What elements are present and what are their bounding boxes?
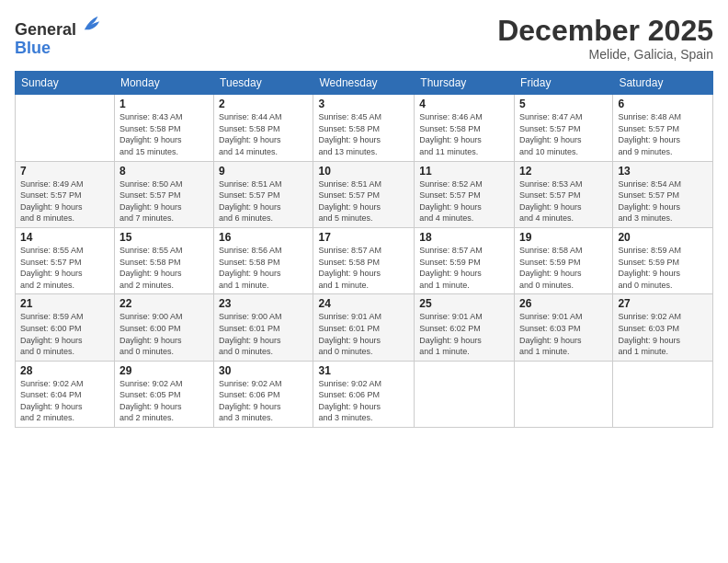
day-number: 31 bbox=[318, 364, 409, 377]
day-number: 19 bbox=[519, 231, 608, 244]
day-info: Sunrise: 9:01 AM Sunset: 6:01 PM Dayligh… bbox=[318, 311, 409, 357]
table-row: 5Sunrise: 8:47 AM Sunset: 5:57 PM Daylig… bbox=[515, 95, 613, 161]
day-info: Sunrise: 9:00 AM Sunset: 6:00 PM Dayligh… bbox=[119, 311, 209, 357]
calendar-table: Sunday Monday Tuesday Wednesday Thursday… bbox=[15, 71, 713, 428]
logo-general: General bbox=[15, 15, 101, 40]
table-row: 2Sunrise: 8:44 AM Sunset: 5:58 PM Daylig… bbox=[214, 95, 313, 161]
calendar-title: December 2025 bbox=[497, 15, 713, 47]
calendar-week-row: 1Sunrise: 8:43 AM Sunset: 5:58 PM Daylig… bbox=[16, 95, 713, 161]
table-row: 3Sunrise: 8:45 AM Sunset: 5:58 PM Daylig… bbox=[313, 95, 415, 161]
day-info: Sunrise: 8:59 AM Sunset: 5:59 PM Dayligh… bbox=[618, 245, 708, 291]
day-info: Sunrise: 9:02 AM Sunset: 6:05 PM Dayligh… bbox=[119, 378, 209, 424]
day-info: Sunrise: 8:54 AM Sunset: 5:57 PM Dayligh… bbox=[618, 178, 708, 224]
table-row: 13Sunrise: 8:54 AM Sunset: 5:57 PM Dayli… bbox=[613, 161, 713, 227]
table-row: 26Sunrise: 9:01 AM Sunset: 6:03 PM Dayli… bbox=[515, 294, 613, 361]
calendar-header-row: Sunday Monday Tuesday Wednesday Thursday… bbox=[16, 72, 713, 95]
table-row bbox=[16, 95, 115, 161]
day-number: 7 bbox=[20, 165, 109, 178]
table-row: 11Sunrise: 8:52 AM Sunset: 5:57 PM Dayli… bbox=[415, 161, 515, 227]
day-number: 5 bbox=[519, 98, 608, 110]
day-info: Sunrise: 8:55 AM Sunset: 5:57 PM Dayligh… bbox=[20, 245, 109, 291]
day-info: Sunrise: 8:59 AM Sunset: 6:00 PM Dayligh… bbox=[20, 311, 109, 357]
day-number: 24 bbox=[318, 297, 409, 310]
table-row: 22Sunrise: 9:00 AM Sunset: 6:00 PM Dayli… bbox=[114, 294, 213, 361]
table-row bbox=[613, 361, 713, 427]
day-info: Sunrise: 8:57 AM Sunset: 5:59 PM Dayligh… bbox=[419, 245, 509, 291]
col-monday: Monday bbox=[114, 72, 213, 95]
col-thursday: Thursday bbox=[415, 72, 515, 95]
table-row: 21Sunrise: 8:59 AM Sunset: 6:00 PM Dayli… bbox=[16, 294, 115, 361]
day-info: Sunrise: 8:47 AM Sunset: 5:57 PM Dayligh… bbox=[519, 111, 608, 157]
day-info: Sunrise: 8:45 AM Sunset: 5:58 PM Dayligh… bbox=[318, 111, 409, 157]
day-info: Sunrise: 8:50 AM Sunset: 5:57 PM Dayligh… bbox=[119, 178, 209, 224]
header: General Blue December 2025 Melide, Galic… bbox=[15, 15, 713, 62]
day-info: Sunrise: 9:02 AM Sunset: 6:04 PM Dayligh… bbox=[20, 378, 109, 424]
col-friday: Friday bbox=[515, 72, 613, 95]
table-row: 20Sunrise: 8:59 AM Sunset: 5:59 PM Dayli… bbox=[613, 227, 713, 293]
calendar-week-row: 7Sunrise: 8:49 AM Sunset: 5:57 PM Daylig… bbox=[16, 161, 713, 227]
day-number: 1 bbox=[119, 98, 209, 110]
day-number: 15 bbox=[119, 231, 209, 244]
logo-bird-icon bbox=[83, 13, 101, 33]
day-number: 23 bbox=[219, 297, 308, 310]
day-number: 16 bbox=[219, 231, 308, 244]
day-info: Sunrise: 8:49 AM Sunset: 5:57 PM Dayligh… bbox=[20, 178, 109, 224]
table-row: 24Sunrise: 9:01 AM Sunset: 6:01 PM Dayli… bbox=[313, 294, 415, 361]
day-number: 22 bbox=[119, 297, 209, 310]
table-row: 9Sunrise: 8:51 AM Sunset: 5:57 PM Daylig… bbox=[214, 161, 313, 227]
day-info: Sunrise: 9:02 AM Sunset: 6:06 PM Dayligh… bbox=[219, 378, 308, 424]
table-row: 7Sunrise: 8:49 AM Sunset: 5:57 PM Daylig… bbox=[16, 161, 115, 227]
day-number: 8 bbox=[119, 165, 209, 178]
table-row: 18Sunrise: 8:57 AM Sunset: 5:59 PM Dayli… bbox=[415, 227, 515, 293]
day-info: Sunrise: 9:01 AM Sunset: 6:02 PM Dayligh… bbox=[419, 311, 509, 357]
day-info: Sunrise: 8:57 AM Sunset: 5:58 PM Dayligh… bbox=[318, 245, 409, 291]
table-row: 16Sunrise: 8:56 AM Sunset: 5:58 PM Dayli… bbox=[214, 227, 313, 293]
day-info: Sunrise: 8:52 AM Sunset: 5:57 PM Dayligh… bbox=[419, 178, 509, 224]
calendar-week-row: 14Sunrise: 8:55 AM Sunset: 5:57 PM Dayli… bbox=[16, 227, 713, 293]
col-saturday: Saturday bbox=[613, 72, 713, 95]
day-number: 18 bbox=[419, 231, 509, 244]
table-row: 23Sunrise: 9:00 AM Sunset: 6:01 PM Dayli… bbox=[214, 294, 313, 361]
day-number: 21 bbox=[20, 297, 109, 310]
day-number: 9 bbox=[219, 165, 308, 178]
day-info: Sunrise: 8:53 AM Sunset: 5:57 PM Dayligh… bbox=[519, 178, 608, 224]
day-info: Sunrise: 8:43 AM Sunset: 5:58 PM Dayligh… bbox=[119, 111, 209, 157]
page: General Blue December 2025 Melide, Galic… bbox=[0, 0, 728, 563]
table-row: 29Sunrise: 9:02 AM Sunset: 6:05 PM Dayli… bbox=[114, 361, 213, 427]
col-wednesday: Wednesday bbox=[313, 72, 415, 95]
day-info: Sunrise: 8:55 AM Sunset: 5:58 PM Dayligh… bbox=[119, 245, 209, 291]
title-block: December 2025 Melide, Galicia, Spain bbox=[497, 15, 713, 62]
day-number: 2 bbox=[219, 98, 308, 110]
calendar-body: 1Sunrise: 8:43 AM Sunset: 5:58 PM Daylig… bbox=[16, 95, 713, 428]
day-info: Sunrise: 8:51 AM Sunset: 5:57 PM Dayligh… bbox=[219, 178, 308, 224]
table-row: 14Sunrise: 8:55 AM Sunset: 5:57 PM Dayli… bbox=[16, 227, 115, 293]
col-sunday: Sunday bbox=[16, 72, 115, 95]
day-info: Sunrise: 8:46 AM Sunset: 5:58 PM Dayligh… bbox=[419, 111, 509, 157]
day-number: 4 bbox=[419, 98, 509, 110]
table-row bbox=[415, 361, 515, 427]
day-info: Sunrise: 8:44 AM Sunset: 5:58 PM Dayligh… bbox=[219, 111, 308, 157]
calendar-subtitle: Melide, Galicia, Spain bbox=[497, 47, 713, 62]
day-info: Sunrise: 9:02 AM Sunset: 6:03 PM Dayligh… bbox=[618, 311, 708, 357]
day-info: Sunrise: 9:02 AM Sunset: 6:06 PM Dayligh… bbox=[318, 378, 409, 424]
table-row: 17Sunrise: 8:57 AM Sunset: 5:58 PM Dayli… bbox=[313, 227, 415, 293]
day-info: Sunrise: 8:51 AM Sunset: 5:57 PM Dayligh… bbox=[318, 178, 409, 224]
day-number: 10 bbox=[318, 165, 409, 178]
day-info: Sunrise: 8:48 AM Sunset: 5:57 PM Dayligh… bbox=[618, 111, 708, 157]
day-number: 3 bbox=[318, 98, 409, 110]
day-number: 26 bbox=[519, 297, 608, 310]
day-number: 13 bbox=[618, 165, 708, 178]
day-info: Sunrise: 8:56 AM Sunset: 5:58 PM Dayligh… bbox=[219, 245, 308, 291]
table-row: 6Sunrise: 8:48 AM Sunset: 5:57 PM Daylig… bbox=[613, 95, 713, 161]
day-number: 29 bbox=[119, 364, 209, 377]
table-row: 4Sunrise: 8:46 AM Sunset: 5:58 PM Daylig… bbox=[415, 95, 515, 161]
day-number: 17 bbox=[318, 231, 409, 244]
calendar-week-row: 21Sunrise: 8:59 AM Sunset: 6:00 PM Dayli… bbox=[16, 294, 713, 361]
day-number: 11 bbox=[419, 165, 509, 178]
table-row: 12Sunrise: 8:53 AM Sunset: 5:57 PM Dayli… bbox=[515, 161, 613, 227]
day-number: 12 bbox=[519, 165, 608, 178]
day-info: Sunrise: 9:00 AM Sunset: 6:01 PM Dayligh… bbox=[219, 311, 308, 357]
table-row: 1Sunrise: 8:43 AM Sunset: 5:58 PM Daylig… bbox=[114, 95, 213, 161]
day-number: 6 bbox=[618, 98, 708, 110]
logo: General Blue bbox=[15, 15, 101, 58]
